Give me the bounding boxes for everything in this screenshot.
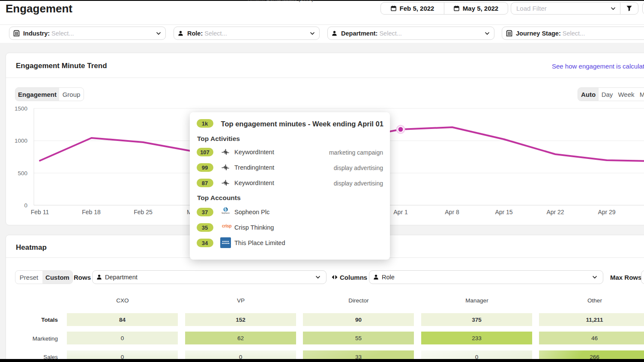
svg-text:Sopheon: Sopheon [222, 212, 230, 214]
